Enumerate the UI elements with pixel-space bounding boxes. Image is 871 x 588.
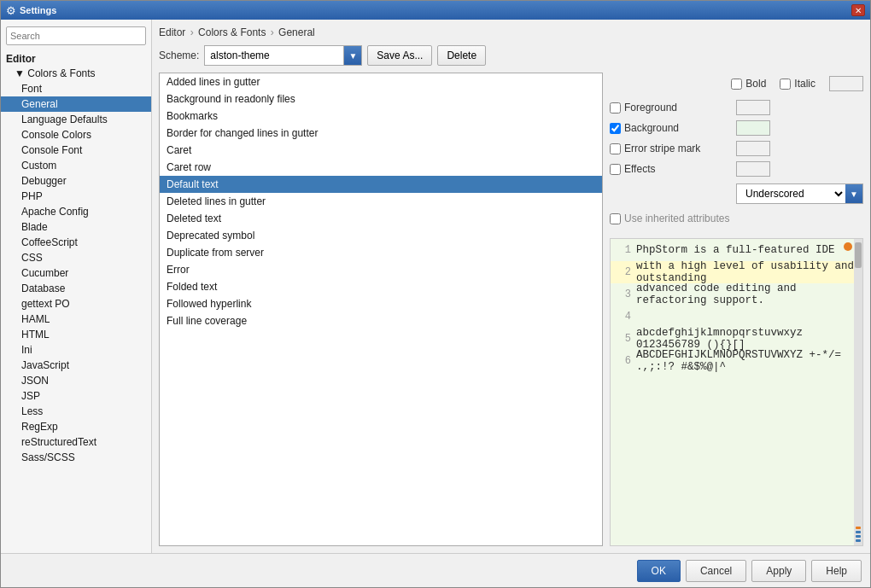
sidebar-item-console-colors[interactable]: Console Colors [1, 127, 151, 143]
scroll-indicator-2 [856, 531, 861, 533]
scheme-input[interactable] [204, 45, 343, 66]
line-num-3: 3 [614, 288, 631, 300]
scroll-indicator-4 [856, 539, 861, 542]
right-panel: Bold Italic Foregro [610, 73, 863, 546]
use-inherited-label: Use inherited attributes [624, 212, 729, 224]
delete-button[interactable]: Delete [437, 45, 486, 66]
use-inherited-row: Use inherited attributes [610, 212, 863, 224]
effects-checkbox[interactable] [610, 164, 621, 175]
underscored-row: Underscored Underwave Bold underscored D… [610, 183, 863, 204]
effects-row: Effects [610, 161, 863, 177]
bold-checkbox-label[interactable]: Bold [731, 78, 766, 90]
preview-pane: 1 PhpStorm is a full-featured IDE 2 with… [610, 238, 863, 546]
bold-checkbox[interactable] [731, 79, 742, 90]
option-added-lines-gutter[interactable]: Added lines in gutter [160, 73, 602, 90]
option-folded-text[interactable]: Folded text [160, 278, 602, 295]
option-bookmarks[interactable]: Bookmarks [160, 108, 602, 125]
sidebar-item-gettext-po[interactable]: gettext PO [1, 296, 151, 311]
effects-swatch[interactable] [736, 161, 770, 177]
option-background-readonly[interactable]: Background in readonly files [160, 90, 602, 108]
background-checkbox-label[interactable]: Background [610, 122, 729, 134]
sidebar-item-javascript[interactable]: JavaScript [1, 358, 151, 373]
option-default-text[interactable]: Default text [160, 176, 602, 193]
sidebar-item-debugger[interactable]: Debugger [1, 173, 151, 189]
sidebar-item-blade[interactable]: Blade [1, 219, 151, 235]
sidebar-item-sass-scss[interactable]: Sass/SCSS [1, 450, 151, 465]
sidebar-item-font[interactable]: Font [1, 81, 151, 96]
sidebar-item-console-font[interactable]: Console Font [1, 143, 151, 158]
sidebar-item-custom[interactable]: Custom [1, 158, 151, 173]
sidebar-item-coffeescript[interactable]: CoffeeScript [1, 235, 151, 250]
sidebar-item-jsp[interactable]: JSP [1, 388, 151, 404]
sidebar-editor-label: Editor [1, 50, 151, 66]
ok-button[interactable]: OK [637, 560, 681, 582]
options-list[interactable]: Added lines in gutter Background in read… [159, 73, 603, 546]
error-stripe-checkbox-label[interactable]: Error stripe mark [610, 143, 729, 154]
foreground-checkbox-label[interactable]: Foreground [610, 102, 729, 114]
sidebar-item-language-defaults[interactable]: Language Defaults [1, 112, 151, 127]
sidebar-item-cucumber[interactable]: Cucumber [1, 265, 151, 281]
foreground-checkbox[interactable] [610, 102, 621, 114]
preview-line-3: 3 advanced code editing and refactoring … [611, 283, 862, 306]
line-num-1: 1 [614, 244, 631, 256]
sidebar-item-restructuredtext[interactable]: reStructuredText [1, 434, 151, 450]
foreground-swatch[interactable] [736, 100, 770, 115]
close-button[interactable]: ✕ [851, 4, 865, 16]
option-border-changed-lines[interactable]: Border for changed lines in gutter [160, 125, 602, 142]
apply-button[interactable]: Apply [751, 560, 806, 582]
option-caret[interactable]: Caret [160, 142, 602, 159]
effects-checkbox-label[interactable]: Effects [610, 163, 729, 175]
option-error[interactable]: Error [160, 261, 602, 278]
option-duplicate-from-server[interactable]: Duplicate from server [160, 244, 602, 261]
sidebar-item-haml[interactable]: HAML [1, 311, 151, 327]
editor-columns: Added lines in gutter Background in read… [159, 73, 863, 546]
error-stripe-checkbox[interactable] [610, 143, 621, 154]
option-followed-hyperlink[interactable]: Followed hyperlink [160, 295, 602, 312]
sidebar-item-general[interactable]: General [1, 96, 151, 112]
sidebar-item-database[interactable]: Database [1, 281, 151, 296]
sidebar-item-php[interactable]: PHP [1, 189, 151, 204]
underscored-dropdown-arrow[interactable]: ▼ [845, 184, 862, 203]
use-inherited-checkbox[interactable] [610, 213, 621, 224]
bottom-bar: OK Cancel Apply Help [1, 553, 870, 587]
line-code-2: with a high level of usability and outst… [636, 260, 862, 284]
sidebar-item-css[interactable]: CSS [1, 250, 151, 265]
sidebar-item-ini[interactable]: Ini [1, 342, 151, 358]
underscored-select[interactable]: Underscored Underwave Bold underscored D… [737, 184, 845, 203]
line-num-4: 4 [614, 311, 631, 323]
foreground-label: Foreground [624, 102, 677, 114]
background-checkbox[interactable] [610, 123, 621, 134]
italic-checkbox-label[interactable]: Italic [780, 78, 815, 90]
option-deleted-lines-gutter[interactable]: Deleted lines in gutter [160, 193, 602, 210]
preview-line-6: 6 ABCDEFGHIJKLMNOPQRSTUVWXYZ +-*/= .,;:!… [611, 350, 862, 372]
italic-label: Italic [794, 78, 815, 90]
scheme-dropdown-button[interactable]: ▼ [343, 45, 362, 66]
sidebar-item-html[interactable]: HTML [1, 327, 151, 342]
cancel-button[interactable]: Cancel [686, 560, 746, 582]
effects-label: Effects [624, 163, 655, 175]
option-deprecated-symbol[interactable]: Deprecated symbol [160, 227, 602, 244]
breadcrumb: Editor › Colors & Fonts › General [159, 26, 863, 38]
scheme-label: Scheme: [159, 49, 199, 61]
error-stripe-swatch[interactable] [736, 141, 770, 156]
background-swatch[interactable] [736, 120, 770, 136]
sidebar-search-input[interactable] [6, 26, 146, 45]
v-scrollbar-thumb[interactable] [855, 242, 862, 268]
v-scrollbar[interactable] [854, 239, 862, 545]
bold-label: Bold [745, 78, 766, 90]
preview-line-2: 2 with a high level of usability and out… [611, 261, 862, 283]
scheme-select-wrap: ▼ [204, 45, 362, 66]
sidebar-item-less[interactable]: Less [1, 404, 151, 419]
save-as-button[interactable]: Save As... [367, 45, 432, 66]
background-label: Background [624, 122, 679, 134]
tree-expand-icon: ▼ [15, 67, 27, 79]
help-button[interactable]: Help [811, 560, 862, 582]
sidebar-item-json[interactable]: JSON [1, 373, 151, 388]
sidebar-item-colors-fonts[interactable]: ▼ Colors & Fonts [1, 66, 151, 81]
option-deleted-text[interactable]: Deleted text [160, 210, 602, 227]
sidebar-item-regexp[interactable]: RegExp [1, 419, 151, 434]
option-full-line-coverage[interactable]: Full line coverage [160, 312, 602, 329]
option-caret-row[interactable]: Caret row [160, 159, 602, 176]
sidebar-item-apache-config[interactable]: Apache Config [1, 204, 151, 219]
italic-checkbox[interactable] [780, 79, 791, 90]
